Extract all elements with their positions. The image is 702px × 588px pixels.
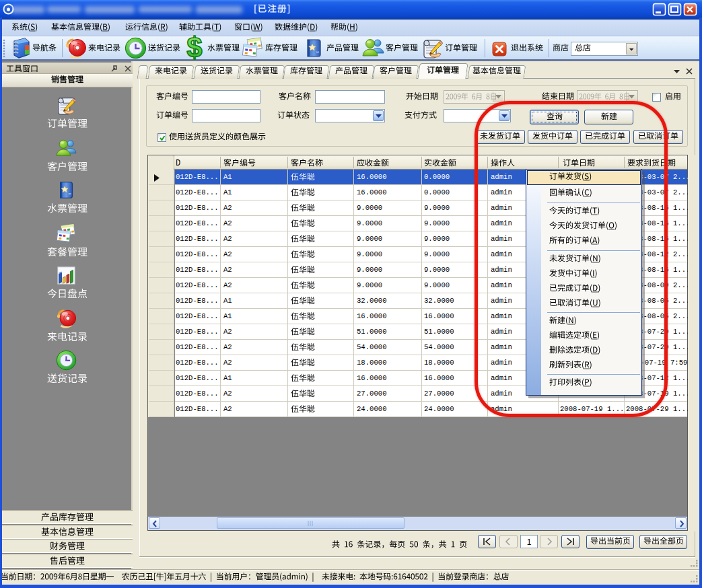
svg-text:$: $ xyxy=(186,32,202,63)
